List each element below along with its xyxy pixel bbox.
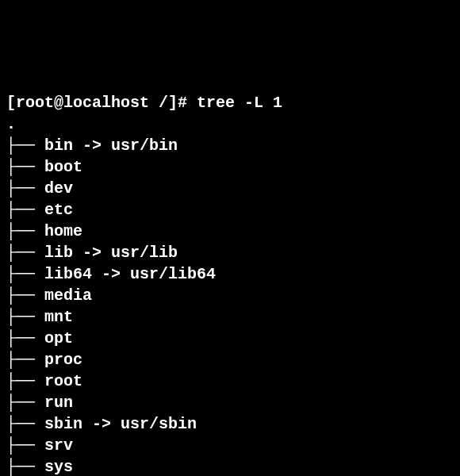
- tree-branch-icon: ├──: [6, 415, 44, 433]
- tree-entry-name: opt: [44, 329, 73, 347]
- tree-entry-name: etc: [44, 201, 73, 219]
- tree-entry-name: home: [44, 222, 82, 240]
- tree-entry: ├── sys: [6, 456, 454, 476]
- tree-entry-name: bin: [44, 136, 73, 155]
- tree-entry: ├── sbin -> usr/sbin: [6, 413, 454, 435]
- tree-branch-icon: ├──: [6, 351, 44, 369]
- tree-entry: ├── mnt: [6, 306, 454, 328]
- tree-entry-name: run: [44, 393, 73, 412]
- symlink-target: usr/lib: [111, 244, 178, 262]
- tree-branch-icon: ├──: [6, 179, 44, 198]
- tree-branch-icon: ├──: [6, 436, 44, 455]
- tree-entry: ├── etc: [6, 199, 454, 221]
- tree-branch-icon: ├──: [6, 372, 44, 390]
- tree-entry-name: lib64: [44, 265, 92, 283]
- tree-branch-icon: ├──: [6, 329, 44, 347]
- symlink-arrow-icon: ->: [73, 244, 111, 262]
- tree-entry: ├── root: [6, 370, 454, 392]
- symlink-target: usr/bin: [111, 136, 178, 155]
- tree-entry-name: media: [44, 286, 92, 305]
- tree-entry: ├── lib -> usr/lib: [6, 242, 454, 263]
- tree-entry-name: sbin: [44, 415, 82, 433]
- tree-entry: ├── dev: [6, 178, 454, 199]
- tree-entry-name: srv: [44, 436, 73, 455]
- tree-branch-icon: ├──: [6, 308, 44, 326]
- tree-branch-icon: ├──: [6, 158, 44, 176]
- tree-entry: ├── boot: [6, 156, 454, 178]
- tree-entry: ├── lib64 -> usr/lib64: [6, 263, 454, 285]
- tree-entry: ├── run: [6, 392, 454, 413]
- tree-entry: ├── srv: [6, 435, 454, 456]
- symlink-target: usr/lib64: [130, 265, 216, 283]
- tree-root: .: [6, 113, 454, 135]
- symlink-target: usr/sbin: [121, 415, 197, 433]
- symlink-arrow-icon: ->: [92, 265, 130, 283]
- tree-branch-icon: ├──: [6, 458, 44, 476]
- tree-branch-icon: ├──: [6, 201, 44, 219]
- shell-prompt: [root@localhost /]# tree -L 1: [6, 92, 454, 113]
- tree-branch-icon: ├──: [6, 393, 44, 412]
- tree-branch-icon: ├──: [6, 265, 44, 283]
- tree-branch-icon: ├──: [6, 244, 44, 262]
- tree-entry-name: proc: [44, 351, 82, 369]
- tree-entry: ├── proc: [6, 349, 454, 370]
- tree-entry-name: sys: [44, 458, 73, 476]
- symlink-arrow-icon: ->: [82, 415, 121, 433]
- tree-entry-name: mnt: [44, 308, 73, 326]
- tree-branch-icon: ├──: [6, 136, 44, 155]
- symlink-arrow-icon: ->: [73, 136, 111, 155]
- tree-entry-name: dev: [44, 179, 73, 198]
- tree-output: ├── bin -> usr/bin├── boot├── dev├── etc…: [6, 135, 454, 476]
- tree-entry: ├── opt: [6, 328, 454, 349]
- tree-entry-name: boot: [44, 158, 82, 176]
- tree-entry: ├── bin -> usr/bin: [6, 135, 454, 156]
- tree-entry: ├── media: [6, 285, 454, 306]
- tree-branch-icon: ├──: [6, 286, 44, 305]
- tree-entry-name: root: [44, 372, 82, 390]
- tree-entry: ├── home: [6, 221, 454, 242]
- tree-branch-icon: ├──: [6, 222, 44, 240]
- tree-entry-name: lib: [44, 244, 73, 262]
